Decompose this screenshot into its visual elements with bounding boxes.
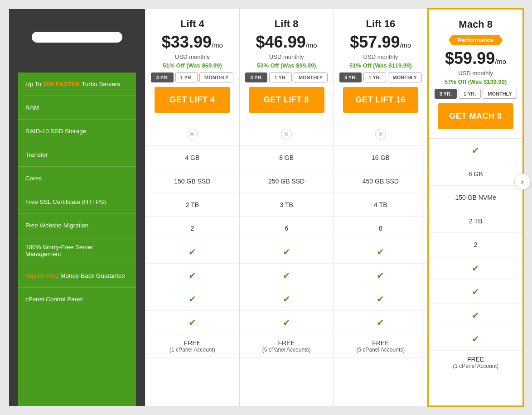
cell-value: 4 TB	[374, 201, 387, 208]
cell-value: 8 GB	[469, 170, 483, 178]
billing-tab-monthly[interactable]: MONTHLY	[388, 72, 422, 82]
scroll-right-arrow[interactable]: ›	[514, 174, 531, 190]
feature-cell-7: ✔	[429, 304, 522, 327]
plan-price-unit: /mo	[495, 58, 506, 65]
feature-cell-2: 250 GB SSD	[240, 169, 334, 193]
plans-container: Lift 4 $33.99/mo USD monthly 51% Off (Wa…	[145, 9, 523, 406]
billing-tab-3yr[interactable]: 3 YR.	[435, 89, 457, 99]
feature-cells: ✔8 GB150 GB NVMe2 TB2✔✔✔✔FREE(1 cPanel A…	[429, 139, 522, 405]
free-subtext: (5 cPanel Accounts)	[262, 347, 311, 353]
cell-value: 2 TB	[186, 201, 199, 208]
pricing-table: Up To 20X FASTER Turbo Servers RAM RAID-…	[9, 9, 523, 406]
billing-tab-1yr[interactable]: 1 YR.	[175, 72, 198, 82]
feature-cell-0: ✕	[145, 122, 239, 146]
feature-cell-9: FREE(5 cPanel Accounts)	[240, 334, 334, 358]
cell-value: 2 TB	[469, 217, 482, 225]
free-subtext: (1 cPanel Account)	[453, 363, 498, 369]
feature-cell-8: ✔	[240, 311, 334, 334]
feature-cell-1: 8 GB	[240, 146, 334, 169]
check-icon: ✔	[189, 270, 196, 281]
feature-cell-0: ✕	[334, 122, 428, 146]
check-icon: ✔	[472, 145, 479, 156]
x-icon-wrapper: ✕	[281, 129, 292, 140]
plan-discount: 57% Off (Was $139.99)	[433, 78, 518, 85]
feature-cell-4: 8	[334, 217, 428, 240]
check-icon: ✔	[189, 317, 196, 328]
plan-price: $33.99/mo	[162, 33, 223, 51]
plan-price: $59.99/mo	[445, 49, 506, 68]
get-plan-button[interactable]: GET LIFT 16	[343, 87, 419, 113]
plan-price-block: $46.99/mo	[244, 33, 329, 52]
cell-value: 6	[285, 225, 288, 232]
feature-cell-9: FREE(1 cPanel Account)	[145, 334, 239, 358]
billing-tab-monthly[interactable]: MONTHLY	[199, 72, 233, 82]
plan-name: Lift 4	[150, 18, 235, 30]
get-plan-button[interactable]: GET LIFT 8	[249, 87, 324, 113]
x-icon-wrapper: ✕	[187, 129, 198, 140]
feature-cell-6: ✔	[240, 264, 334, 287]
billing-tabs: 3 YR.1 YR.MONTHLY	[339, 72, 423, 82]
feature-guarantee: Hassle-Free Money-Back Guarantee	[18, 264, 136, 288]
feature-cell-1: 8 GB	[429, 162, 522, 186]
billing-tab-1yr[interactable]: 1 YR.	[363, 72, 386, 82]
get-plan-button[interactable]: GET LIFT 4	[155, 87, 230, 113]
plan-header: Mach 8 Performance $59.99/mo USD monthly…	[429, 10, 522, 139]
feature-cell-2: 450 GB SSD	[334, 169, 428, 193]
feature-cell-2: 150 GB NVMe	[429, 186, 522, 209]
billing-tabs: 3 YR.1 YR.MONTHLY	[150, 72, 235, 82]
x-icon-wrapper: ✕	[375, 129, 386, 140]
cell-value: 8	[379, 225, 382, 232]
check-icon: ✔	[283, 270, 290, 281]
feature-cell-2: 150 GB SSD	[145, 169, 239, 193]
billing-tab-3yr[interactable]: 3 YR.	[151, 72, 173, 82]
feature-cell-5: ✔	[145, 240, 239, 264]
plan-col-mach-8: Mach 8 Performance $59.99/mo USD monthly…	[427, 8, 524, 407]
feature-cell-6: ✔	[429, 280, 522, 304]
cell-value: 8 GB	[279, 154, 294, 161]
feature-cell-7: ✔	[145, 287, 239, 311]
plan-billing: USD monthly	[150, 53, 235, 60]
feature-storage: RAID-10 SSD Storage	[18, 120, 136, 143]
billing-tab-3yr[interactable]: 3 YR.	[245, 72, 267, 82]
x-icon: ✕	[187, 129, 198, 140]
feature-cell-4: 6	[240, 217, 334, 240]
billing-tab-1yr[interactable]: 1 YR.	[269, 72, 291, 82]
check-icon: ✔	[377, 270, 384, 281]
check-icon: ✔	[377, 317, 384, 328]
feature-cell-8: ✔	[429, 327, 522, 351]
plan-name: Lift 8	[244, 18, 329, 30]
billing-tab-monthly[interactable]: MONTHLY	[483, 89, 517, 99]
plan-billing: USD monthly	[244, 53, 329, 60]
all-plans-button[interactable]	[32, 32, 122, 43]
check-icon: ✔	[377, 294, 384, 304]
feature-turbo: Up To 20X FASTER Turbo Servers	[18, 72, 136, 96]
check-icon: ✔	[472, 310, 479, 321]
feature-cell-3: 4 TB	[334, 193, 428, 217]
feature-transfer: Transfer	[18, 143, 136, 167]
feature-cell-4: 2	[145, 217, 239, 240]
feature-cells: ✕4 GB150 GB SSD2 TB2✔✔✔✔FREE(1 cPanel Ac…	[145, 122, 239, 406]
check-icon: ✔	[283, 317, 290, 328]
free-text: FREE	[467, 356, 484, 363]
billing-tab-3yr[interactable]: 3 YR.	[339, 72, 362, 82]
check-icon: ✔	[283, 294, 290, 304]
feature-cell-6: ✔	[334, 264, 428, 287]
cell-value: 4 GB	[185, 154, 199, 161]
feature-cpanel: cPanel Control Panel	[18, 288, 136, 311]
feature-cell-1: 4 GB	[145, 146, 239, 169]
free-subtext: (1 cPanel Account)	[169, 347, 215, 353]
sidebar-features: Up To 20X FASTER Turbo Servers RAM RAID-…	[18, 72, 136, 406]
cell-value: 2	[474, 241, 478, 248]
cell-value: 150 GB SSD	[174, 178, 210, 185]
billing-tab-monthly[interactable]: MONTHLY	[294, 72, 328, 82]
hassle-free-highlight: Hassle-Free	[25, 272, 59, 279]
feature-cell-5: ✔	[429, 256, 522, 280]
performance-badge: Performance	[449, 35, 503, 45]
feature-cell-7: ✔	[334, 287, 428, 311]
plan-header: Lift 4 $33.99/mo USD monthly 51% Off (Wa…	[145, 9, 239, 122]
plan-name: Lift 16	[339, 18, 423, 30]
plan-header: Lift 8 $46.99/mo USD monthly 53% Off (Wa…	[240, 9, 334, 122]
billing-tab-1yr[interactable]: 1 YR.	[459, 89, 481, 99]
check-icon: ✔	[283, 246, 290, 257]
get-plan-button[interactable]: GET MACH 8	[438, 103, 513, 129]
